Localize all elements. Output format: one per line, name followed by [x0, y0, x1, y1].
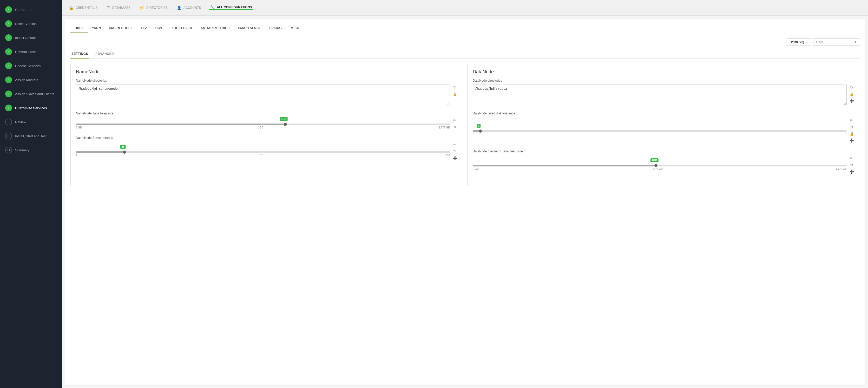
subtab-advanced[interactable]: ADVANCED [94, 50, 115, 59]
tab-yarn[interactable]: YARN [88, 24, 105, 33]
datanode-max-heap-badge: 1GB [650, 158, 658, 162]
step-icon-select-version: ✓ [5, 20, 12, 27]
datanode-max-heap-thumb[interactable]: 1GB [654, 164, 657, 167]
subtab-settings[interactable]: SETTINGS [70, 50, 89, 59]
step-icon-install-start-test: 10 [5, 132, 12, 139]
namenode-heap-setting: NameNode Java heap size 1GB [76, 112, 458, 130]
lock-icon-dn[interactable]: 🔒 [849, 91, 855, 97]
namenode-directories-label: NameNode directories [76, 79, 458, 83]
sidebar-item-label-review: Review [15, 120, 26, 124]
main-content: 🔒CREDENTIALS—☰DATABASES—📁DIRECTORIES—👤AC… [62, 0, 868, 388]
datanode-failed-disk-badge: 0 [476, 124, 481, 128]
sidebar-item-label-summary: Summary [15, 148, 30, 152]
refresh-icon-threads[interactable]: ↻ [452, 148, 458, 154]
namenode-heap-label: NameNode Java heap size [76, 112, 458, 115]
sidebar-item-assign-masters[interactable]: ✓Assign Masters [0, 73, 62, 87]
refresh-icon-disk[interactable]: ↻ [849, 124, 855, 130]
nav-step-databases[interactable]: ☰DATABASES [105, 6, 132, 10]
tab-hive[interactable]: HIVE [151, 24, 167, 33]
datanode-max-heap-max: 1.776 GB [836, 168, 847, 170]
credentials-nav-icon: 🔒 [69, 6, 73, 10]
datanode-failed-disk-max: 1 [845, 133, 847, 136]
nav-step-directories[interactable]: 📁DIRECTORIES [138, 6, 169, 10]
namenode-threads-label: NameNode Server threads [76, 136, 458, 140]
datanode-failed-disk-setting: DataNode failed disk tolerance 0 [473, 112, 855, 143]
datanode-max-heap-min: 0 GB [473, 168, 479, 170]
datanode-max-heap-label: DataNode maximum Java heap size [473, 150, 855, 153]
namenode-threads-setting: NameNode Server threads 25 [76, 136, 458, 161]
refresh-icon-max-heap[interactable]: ↻ [849, 162, 855, 168]
edit-icon-disk[interactable]: ✏ [849, 117, 855, 123]
sidebar-item-customize-services[interactable]: 8Customize Services [0, 101, 62, 115]
namenode-directories-setting: NameNode directories /hadoop/hdfs/nameno… [76, 79, 458, 105]
datanode-max-heap-slider-group: 1GB 0 GB 0.875 GB 1.776 GB ✏ [473, 155, 855, 175]
datanode-directories-input-group: /hadoop/hdfs/data ↻ 🔒 ➕ [473, 85, 855, 105]
edit-icon-threads[interactable]: ✏ [452, 142, 458, 147]
chevron-down-icon-filter: ▼ [854, 40, 857, 44]
namenode-threads-min: 1 [76, 154, 78, 157]
nav-step-all-configurations[interactable]: 🔧ALL CONFIGURATIONS [209, 5, 253, 10]
sidebar-item-assign-slaves[interactable]: ✓Assign Slaves and Clients [0, 87, 62, 101]
datanode-max-heap-setting: DataNode maximum Java heap size 1GB [473, 150, 855, 175]
tab-spark2[interactable]: SPARK2 [265, 24, 287, 33]
refresh-icon-dn[interactable]: ↻ [849, 85, 855, 90]
step-icon-assign-masters: ✓ [5, 77, 12, 83]
namenode-threads-mid: 101 [259, 154, 264, 157]
edit-icon-max-heap[interactable]: ✏ [849, 155, 855, 161]
nav-step-label-all-configurations: ALL CONFIGURATIONS [217, 5, 252, 9]
group-dropdown[interactable]: Default (3) ▼ [787, 38, 811, 46]
step-icon-choose-services: ✓ [5, 62, 12, 69]
namenode-heap-badge: 1GB [280, 117, 288, 121]
sidebar-item-confirm-hosts[interactable]: ✓Confirm Hosts [0, 45, 62, 59]
nav-separator-1: — [133, 5, 137, 10]
nav-step-label-databases: DATABASES [112, 6, 130, 10]
datanode-max-heap-fill [473, 165, 656, 167]
sidebar-item-install-start-test[interactable]: 10Install, Start and Test [0, 129, 62, 143]
namenode-threads-track: 25 [76, 151, 450, 153]
sidebar-item-review[interactable]: 9Review [0, 115, 62, 129]
tab-tez[interactable]: TEZ [137, 24, 151, 33]
add-icon-threads[interactable]: ➕ [452, 155, 458, 161]
namenode-card: NameNode NameNode directories /hadoop/hd… [70, 64, 463, 186]
namenode-heap-fill [76, 123, 285, 125]
datanode-failed-disk-slider-group: 0 0 1 ✏ ↻ 🔒 [473, 117, 855, 143]
sidebar-item-select-version[interactable]: ✓Select Version [0, 17, 62, 31]
sidebar-item-summary[interactable]: 11Summary [0, 143, 62, 157]
namenode-heap-labels: 0 GB 1 GB 1.776 GB [76, 126, 450, 129]
refresh-icon-heap[interactable]: ↻ [452, 124, 458, 130]
datanode-directories-textarea[interactable]: /hadoop/hdfs/data [473, 85, 847, 105]
tab-smartsense[interactable]: SMARTSENSE [234, 24, 265, 33]
namenode-threads-max: 200 [445, 154, 450, 157]
nav-step-accounts[interactable]: 👤ACCOUNTS [176, 6, 203, 10]
tab-mapreduce2[interactable]: MAPREDUCE2 [105, 24, 137, 33]
sidebar-item-install-options[interactable]: ✓Install Options [0, 31, 62, 45]
nav-separator-0: — [100, 5, 104, 10]
datanode-failed-disk-thumb[interactable]: 0 [479, 129, 482, 132]
datanode-max-heap-labels: 0 GB 0.875 GB 1.776 GB [473, 168, 847, 170]
add-icon-disk[interactable]: ➕ [849, 138, 855, 143]
lock-icon[interactable]: 🔒 [452, 91, 458, 97]
nav-step-label-credentials: CREDENTIALS [75, 6, 97, 10]
tab-ambari-metrics[interactable]: AMBARI METRICS [196, 24, 234, 33]
namenode-threads-fill [76, 151, 124, 153]
datanode-title: DataNode [473, 69, 855, 74]
namenode-directories-textarea[interactable]: /hadoop/hdfs/namenode [76, 85, 450, 105]
tab-hdfs[interactable]: HDFS [70, 24, 88, 33]
add-icon-dn[interactable]: ➕ [849, 98, 855, 104]
edit-icon[interactable]: ✏ [452, 117, 458, 123]
namenode-heap-actions: ✏ ↻ [452, 117, 458, 130]
tab-zookeeper[interactable]: ZOOKEEPER [167, 24, 196, 33]
sidebar-item-label-choose-services: Choose Services [15, 64, 40, 68]
add-icon-max-heap[interactable]: ➕ [849, 169, 855, 175]
lock-icon-disk[interactable]: 🔒 [849, 131, 855, 137]
content-inner: HDFSYARNMAPREDUCE2TEZHIVEZOOKEEPERAMBARI… [65, 18, 865, 385]
tab-misc[interactable]: MISC [287, 24, 303, 33]
sidebar-item-choose-services[interactable]: ✓Choose Services [0, 59, 62, 73]
step-icon-assign-slaves: ✓ [5, 90, 12, 97]
namenode-threads-thumb[interactable]: 25 [123, 151, 126, 154]
refresh-icon[interactable]: ↻ [452, 85, 458, 90]
nav-step-credentials[interactable]: 🔒CREDENTIALS [68, 6, 99, 10]
sidebar-item-get-started[interactable]: ✓Get Started [0, 3, 62, 17]
filter-input[interactable]: Filter... ▼ [813, 38, 860, 46]
namenode-heap-thumb[interactable]: 1GB [284, 123, 287, 126]
